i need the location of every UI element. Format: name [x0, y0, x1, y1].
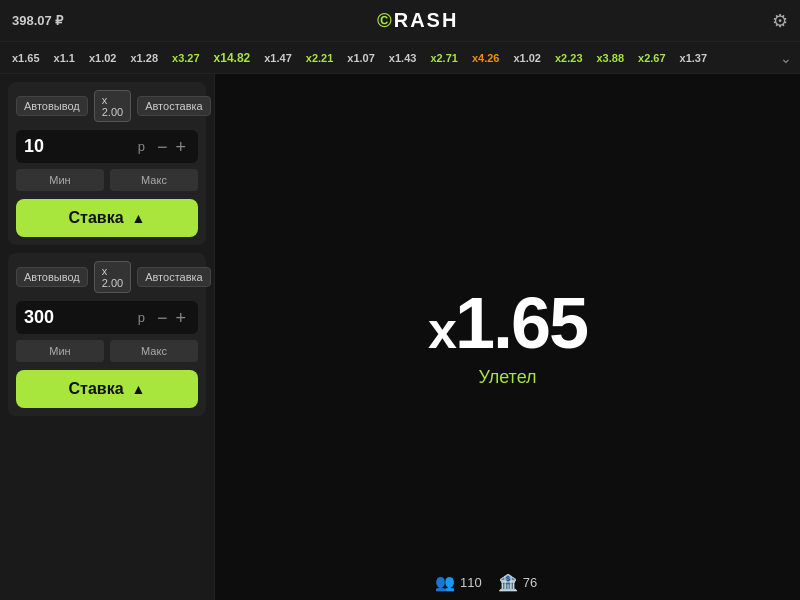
players-count: 110	[460, 575, 482, 590]
amount-increase-btn-2[interactable]: +	[171, 309, 190, 327]
balance-display: 398.07 ₽	[12, 13, 63, 28]
players-stat: 👥 110	[435, 573, 482, 592]
min-max-row-1: Мин Макс	[16, 169, 198, 191]
history-chevron-icon[interactable]: ⌄	[780, 50, 792, 66]
stake-button-2[interactable]: Ставка ▲	[16, 370, 198, 408]
amount-value-2: 300	[24, 307, 138, 328]
settings-icon[interactable]: ⚙	[772, 10, 788, 32]
history-item: x2.67	[634, 50, 670, 66]
players-icon: 👥	[435, 573, 455, 592]
title-c-letter: ©	[377, 9, 394, 31]
stake-label-2: Ставка	[69, 380, 124, 398]
header: 398.07 ₽ ©RASH ⚙	[0, 0, 800, 42]
multiplier-prefix: x	[428, 301, 455, 359]
bet-panel-2: Автовывод x 2.00 Автоставка 300 р − + Ми…	[8, 253, 206, 416]
min-max-row-2: Мин Макс	[16, 340, 198, 362]
amount-decrease-btn-1[interactable]: −	[153, 138, 172, 156]
history-item: x3.27	[168, 50, 204, 66]
stake-label-1: Ставка	[69, 209, 124, 227]
bet-controls-row-2: Автовывод x 2.00 Автоставка	[16, 261, 198, 293]
bets-icon: 🏦	[498, 573, 518, 592]
main-layout: Автовывод x 2.00 Автоставка 10 р − + Мин…	[0, 74, 800, 600]
auto-withdraw-btn-1[interactable]: Автовывод	[16, 96, 88, 116]
app-title: ©RASH	[377, 9, 458, 32]
history-item: x14.82	[210, 49, 255, 67]
status-text: Улетел	[478, 367, 536, 388]
history-item: x1.28	[126, 50, 162, 66]
min-btn-2[interactable]: Мин	[16, 340, 104, 362]
history-item: x1.02	[509, 50, 545, 66]
multiplier-badge-1: x 2.00	[94, 90, 131, 122]
multiplier-badge-2: x 2.00	[94, 261, 131, 293]
history-item: x1.65	[8, 50, 44, 66]
bottom-bar: 👥 110 🏦 76	[435, 573, 537, 592]
game-area: x1.65 Улетел 👥 110 🏦 76	[215, 74, 800, 600]
history-item: x2.21	[302, 50, 338, 66]
auto-stake-btn-2[interactable]: Автоставка	[137, 267, 211, 287]
multiplier-value: 1.65	[455, 283, 587, 363]
multiplier-display: x1.65	[428, 287, 587, 359]
max-btn-1[interactable]: Макс	[110, 169, 198, 191]
amount-currency-1: р	[138, 139, 145, 154]
left-panel: Автовывод x 2.00 Автоставка 10 р − + Мин…	[0, 74, 215, 600]
amount-currency-2: р	[138, 310, 145, 325]
history-item: x3.88	[593, 50, 629, 66]
amount-decrease-btn-2[interactable]: −	[153, 309, 172, 327]
history-item: x1.43	[385, 50, 421, 66]
bets-stat: 🏦 76	[498, 573, 537, 592]
amount-row-1: 10 р − +	[16, 130, 198, 163]
auto-stake-btn-1[interactable]: Автоставка	[137, 96, 211, 116]
stake-arrow-icon-1: ▲	[132, 210, 146, 226]
history-item: x1.02	[85, 50, 121, 66]
history-bar: x1.65x1.1x1.02x1.28x3.27x14.82x1.47x2.21…	[0, 42, 800, 74]
history-item: x4.26	[468, 50, 504, 66]
amount-value-1: 10	[24, 136, 138, 157]
min-btn-1[interactable]: Мин	[16, 169, 104, 191]
history-item: x2.23	[551, 50, 587, 66]
bet-panel-1: Автовывод x 2.00 Автоставка 10 р − + Мин…	[8, 82, 206, 245]
title-text: RASH	[394, 9, 459, 31]
history-item: x1.07	[343, 50, 379, 66]
history-item: x2.71	[426, 50, 462, 66]
bet-controls-row-1: Автовывод x 2.00 Автоставка	[16, 90, 198, 122]
history-item: x1.37	[676, 50, 712, 66]
auto-withdraw-btn-2[interactable]: Автовывод	[16, 267, 88, 287]
stake-arrow-icon-2: ▲	[132, 381, 146, 397]
max-btn-2[interactable]: Макс	[110, 340, 198, 362]
amount-row-2: 300 р − +	[16, 301, 198, 334]
history-item: x1.1	[50, 50, 79, 66]
bets-count: 76	[523, 575, 537, 590]
stake-button-1[interactable]: Ставка ▲	[16, 199, 198, 237]
amount-increase-btn-1[interactable]: +	[171, 138, 190, 156]
history-item: x1.47	[260, 50, 296, 66]
